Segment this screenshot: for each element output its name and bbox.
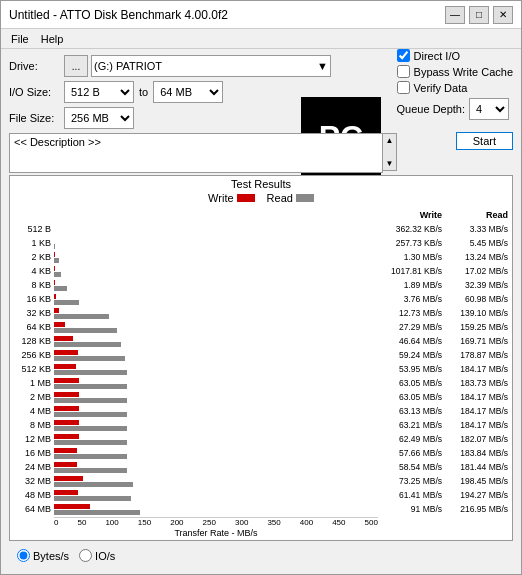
verify-data-label: Verify Data xyxy=(414,82,468,94)
value-row: 58.54 MB/s181.44 MB/s xyxy=(380,460,510,474)
read-value: 184.17 MB/s xyxy=(443,364,508,374)
drive-dropdown-arrow[interactable]: ▼ xyxy=(317,60,328,72)
read-col-header: Read xyxy=(443,210,508,220)
minimize-button[interactable]: — xyxy=(445,6,465,24)
write-bar xyxy=(54,476,83,481)
io-per-sec-option: IO/s xyxy=(79,549,115,562)
value-row: 12.73 MB/s139.10 MB/s xyxy=(380,306,510,320)
write-value: 12.73 MB/s xyxy=(382,308,442,318)
x-axis-label: Transfer Rate - MB/s xyxy=(54,528,378,538)
read-value: 184.17 MB/s xyxy=(443,420,508,430)
write-bar xyxy=(54,490,78,495)
write-bar xyxy=(54,308,59,313)
bypass-write-cache-checkbox[interactable] xyxy=(397,65,410,78)
io-size-from-select[interactable]: 512 B xyxy=(64,81,134,103)
file-size-select[interactable]: 256 MB xyxy=(64,107,134,129)
to-label: to xyxy=(139,86,148,98)
write-value: 59.24 MB/s xyxy=(382,350,442,360)
description-label: << Description >> xyxy=(14,136,101,148)
row-label: 32 MB xyxy=(12,476,54,486)
read-bar xyxy=(54,258,59,263)
write-bar xyxy=(54,392,79,397)
bar-row: 64 KB xyxy=(12,320,274,334)
read-bar xyxy=(54,426,127,431)
queue-depth-select[interactable]: 4 xyxy=(469,98,509,120)
bars-cell xyxy=(54,420,274,431)
value-row: 1.30 MB/s13.24 MB/s xyxy=(380,250,510,264)
read-value: 60.98 MB/s xyxy=(443,294,508,304)
description-box[interactable]: << Description >> xyxy=(9,133,383,173)
drive-dropdown[interactable]: (G:) PATRIOT ▼ xyxy=(91,55,331,77)
bars-cell xyxy=(54,476,274,487)
read-bar xyxy=(54,300,79,305)
values-header: Write Read xyxy=(380,208,510,222)
value-row: 63.13 MB/s184.17 MB/s xyxy=(380,404,510,418)
read-bar xyxy=(54,314,109,319)
row-label: 1 KB xyxy=(12,238,54,248)
bar-row: 2 KB xyxy=(12,250,274,264)
browse-button[interactable]: ... xyxy=(64,55,88,77)
row-label: 16 MB xyxy=(12,448,54,458)
row-label: 32 KB xyxy=(12,308,54,318)
close-button[interactable]: ✕ xyxy=(493,6,513,24)
write-value: 362.32 KB/s xyxy=(382,224,442,234)
write-value: 57.66 MB/s xyxy=(382,448,442,458)
io-size-to-select[interactable]: 64 MB xyxy=(153,81,223,103)
bars-cell xyxy=(54,294,274,305)
write-value: 61.41 MB/s xyxy=(382,490,442,500)
verify-data-checkbox[interactable] xyxy=(397,81,410,94)
row-label: 512 B xyxy=(12,224,54,234)
read-value: 194.27 MB/s xyxy=(443,490,508,500)
file-menu[interactable]: File xyxy=(5,32,35,46)
main-content: Drive: ... (G:) PATRIOT ▼ I/O Size: 512 … xyxy=(1,49,521,570)
scrollbar-up-icon[interactable]: ▲ xyxy=(386,136,394,145)
read-value: 216.95 MB/s xyxy=(443,504,508,514)
read-bar xyxy=(54,272,61,277)
maximize-button[interactable]: □ xyxy=(469,6,489,24)
value-row: 73.25 MB/s198.45 MB/s xyxy=(380,474,510,488)
write-bar xyxy=(54,434,79,439)
write-value: 91 MB/s xyxy=(382,504,442,514)
unit-radio-group: Bytes/s IO/s xyxy=(17,549,115,562)
write-value: 27.29 MB/s xyxy=(382,322,442,332)
read-bar xyxy=(54,412,127,417)
write-value: 58.54 MB/s xyxy=(382,462,442,472)
bars-container: 512 B1 KB2 KB4 KB8 KB16 KB32 KB64 KB128 … xyxy=(12,222,274,516)
read-legend-label: Read xyxy=(267,192,293,204)
x-axis-area: 0 50 100 150 200 250 300 350 400 450 500… xyxy=(12,517,510,538)
direct-io-checkbox[interactable] xyxy=(397,49,410,62)
row-label: 4 MB xyxy=(12,406,54,416)
write-bar xyxy=(54,294,56,299)
write-value: 257.73 KB/s xyxy=(382,238,442,248)
write-bar xyxy=(54,280,55,285)
read-value: 181.44 MB/s xyxy=(443,462,508,472)
read-value: 178.87 MB/s xyxy=(443,350,508,360)
value-row: 27.29 MB/s159.25 MB/s xyxy=(380,320,510,334)
read-bar xyxy=(54,510,140,515)
bars-cell xyxy=(54,364,274,375)
help-menu[interactable]: Help xyxy=(35,32,70,46)
read-value: 183.73 MB/s xyxy=(443,378,508,388)
io-per-sec-label: IO/s xyxy=(95,550,115,562)
read-value: 32.39 MB/s xyxy=(443,280,508,290)
row-label: 48 MB xyxy=(12,490,54,500)
read-bar xyxy=(54,384,127,389)
menu-bar: File Help xyxy=(1,29,521,49)
bytes-per-sec-radio[interactable] xyxy=(17,549,30,562)
write-value: 46.64 MB/s xyxy=(382,336,442,346)
bars-cell xyxy=(54,392,274,403)
queue-row: Queue Depth: 4 xyxy=(397,98,513,120)
row-label: 24 MB xyxy=(12,462,54,472)
row-label: 8 MB xyxy=(12,420,54,430)
scrollbar-down-icon[interactable]: ▼ xyxy=(386,159,394,168)
io-per-sec-radio[interactable] xyxy=(79,549,92,562)
bar-row: 256 KB xyxy=(12,348,274,362)
read-value: 139.10 MB/s xyxy=(443,308,508,318)
write-bar xyxy=(54,378,79,383)
queue-depth-label: Queue Depth: xyxy=(397,103,466,115)
io-size-label: I/O Size: xyxy=(9,86,64,98)
values-table: Write Read 362.32 KB/s3.33 MB/s257.73 KB… xyxy=(380,208,510,516)
chart-legend: Write Read xyxy=(12,192,510,204)
write-bar xyxy=(54,322,65,327)
bar-row: 512 KB xyxy=(12,362,274,376)
